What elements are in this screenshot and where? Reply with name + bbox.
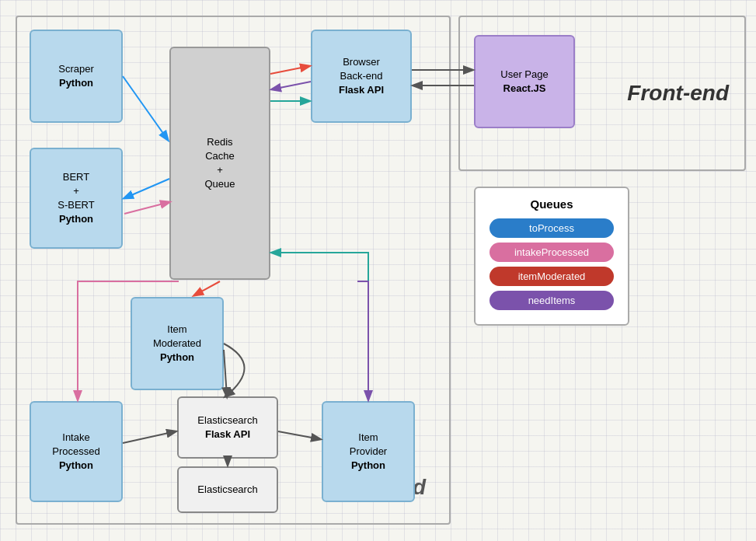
redis-label: RedisCache+Queue xyxy=(204,136,235,190)
user-page-node: User PageReact.JS xyxy=(474,35,575,128)
frontend-label: Front-end xyxy=(627,81,729,106)
user-page-label: User PageReact.JS xyxy=(500,68,548,94)
elasticsearch-db-node: Elasticsearch xyxy=(177,466,278,513)
browser-backend-node: BrowserBack-endFlask API xyxy=(311,30,412,123)
queues-box: Queues toProcess intakeProcessed itemMod… xyxy=(474,187,629,326)
item-provider-node: ItemProviderPython xyxy=(322,401,415,502)
queues-title: Queues xyxy=(485,197,618,211)
scraper-node: ScraperPython xyxy=(30,30,123,123)
bert-label: BERT+S-BERTPython xyxy=(57,171,94,225)
queue-item-moderated: itemModerated xyxy=(489,267,614,286)
elasticsearch-db-label: Elasticsearch xyxy=(197,483,257,495)
item-moderated-label: ItemModeratedPython xyxy=(153,323,201,363)
intake-processed-label: IntakeProcessedPython xyxy=(52,431,99,471)
intake-processed-node: IntakeProcessedPython xyxy=(30,401,123,502)
scraper-label: ScraperPython xyxy=(58,63,94,89)
queue-intake-processed: intakeProcessed xyxy=(489,243,614,262)
elasticsearch-api-node: ElasticsearchFlask API xyxy=(177,396,278,459)
browser-backend-label: BrowserBack-endFlask API xyxy=(339,56,384,96)
item-moderated-node: ItemModeratedPython xyxy=(131,297,224,390)
elasticsearch-api-label: ElasticsearchFlask API xyxy=(197,414,257,440)
item-provider-label: ItemProviderPython xyxy=(350,431,387,471)
queue-need-items: needItems xyxy=(489,291,614,310)
queue-to-process: toProcess xyxy=(489,218,614,238)
redis-node: RedisCache+Queue xyxy=(169,47,270,280)
bert-node: BERT+S-BERTPython xyxy=(30,148,123,249)
